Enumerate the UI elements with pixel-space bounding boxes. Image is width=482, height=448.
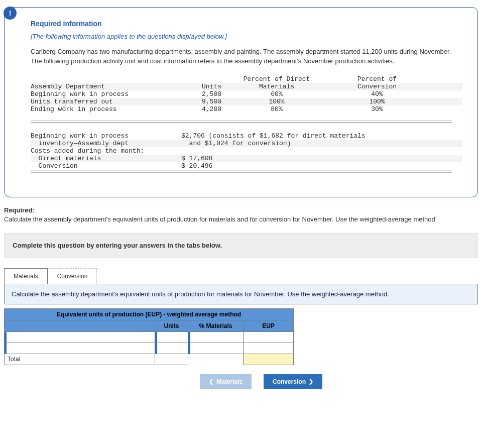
required-information-box: ! Required information [The following in…: [4, 7, 478, 197]
total-eup: [244, 354, 294, 365]
header-materials: Materials: [221, 83, 332, 90]
cost-row-value: and $1,024 for conversion): [181, 140, 462, 147]
cost-row-value: [181, 147, 462, 155]
required-info-title: Required information: [31, 20, 462, 28]
cost-row-label: inventory—Assembly dept: [31, 140, 181, 147]
tabs: Materials Conversion: [4, 268, 478, 284]
tab-conversion[interactable]: Conversion: [48, 268, 97, 284]
next-button[interactable]: Conversion ❯: [264, 374, 322, 389]
instruction-bar: Complete this question by entering your …: [4, 233, 478, 258]
table-row-label: Units transferred out: [31, 98, 181, 105]
panel-prompt: Calculate the assembly department's equi…: [12, 290, 389, 298]
cost-row-label: Beginning work in process: [31, 132, 181, 140]
prev-label: Materials: [216, 378, 243, 385]
header-conversion: Conversion: [332, 83, 422, 90]
table-row-label: Beginning work in process: [31, 90, 181, 98]
units-input[interactable]: [155, 331, 188, 343]
tab-materials[interactable]: Materials: [4, 268, 48, 284]
cost-row-label: Direct materials: [31, 155, 181, 162]
table-row: [5, 343, 294, 354]
col-blank: [5, 320, 155, 331]
answer-table: Equivalent units of production (EUP) - w…: [4, 308, 294, 365]
info-body: Carlberg Company has two manufacturing d…: [31, 47, 462, 66]
cost-row-label: Conversion: [31, 162, 181, 170]
table-row-units: 2,500: [181, 90, 221, 98]
table-row-units: 4,200: [181, 105, 221, 113]
pct-input[interactable]: [188, 343, 244, 354]
table-row-units: 9,500: [181, 98, 221, 105]
divider: [31, 120, 452, 123]
col-pct-materials: % Materials: [188, 320, 244, 331]
total-units: [155, 354, 188, 365]
divider: [31, 170, 452, 173]
table-row-conv: 40%: [332, 90, 422, 98]
cost-row-value: $ 17,608: [181, 155, 462, 162]
cost-row-label: Costs added during the month:: [31, 147, 181, 155]
required-desc: Calculate the assembly department's equi…: [4, 215, 478, 224]
table-row-dm: 80%: [221, 105, 332, 113]
eup-cell: [244, 331, 294, 343]
answer-table-title: Equivalent units of production (EUP) - w…: [5, 308, 294, 320]
header-units: Units: [181, 83, 221, 90]
assembly-table: Percent of Direct Percent of Assembly De…: [31, 75, 462, 113]
chevron-left-icon: ❮: [209, 378, 213, 385]
header-percent-dm: Percent of Direct: [221, 75, 332, 83]
header-assembly: Assembly Department: [31, 83, 181, 90]
pct-input[interactable]: [188, 331, 244, 343]
cost-table: Beginning work in process $2,706 (consis…: [31, 132, 462, 170]
total-label: Total: [5, 354, 155, 365]
header-percent-conv: Percent of: [332, 75, 422, 83]
alert-icon: !: [4, 7, 17, 20]
desc-input[interactable]: [5, 331, 155, 343]
table-row-conv: 30%: [332, 105, 422, 113]
required-label: Required:: [4, 206, 478, 214]
cost-row-value: $ 20,496: [181, 162, 462, 170]
col-eup: EUP: [244, 320, 294, 331]
nav-buttons: ❮ Materials Conversion ❯: [4, 374, 478, 389]
table-row-dm: 100%: [221, 98, 332, 105]
table-row-label: Ending work in process: [31, 105, 181, 113]
col-units: Units: [155, 320, 188, 331]
tab-panel-materials: Calculate the assembly department's equi…: [4, 284, 478, 304]
next-label: Conversion: [273, 378, 306, 385]
units-input[interactable]: [155, 343, 188, 354]
cost-row-value: $2,706 (consists of $1,682 for direct ma…: [181, 132, 462, 140]
desc-input[interactable]: [5, 343, 155, 354]
table-row-conv: 100%: [332, 98, 422, 105]
info-subtitle: [The following information applies to th…: [31, 33, 462, 40]
table-row: [5, 331, 294, 343]
prev-button[interactable]: ❮ Materials: [200, 374, 252, 389]
eup-cell: [244, 343, 294, 354]
chevron-right-icon: ❯: [309, 378, 313, 385]
table-row-dm: 60%: [221, 90, 332, 98]
table-row-total: Total: [5, 354, 294, 365]
